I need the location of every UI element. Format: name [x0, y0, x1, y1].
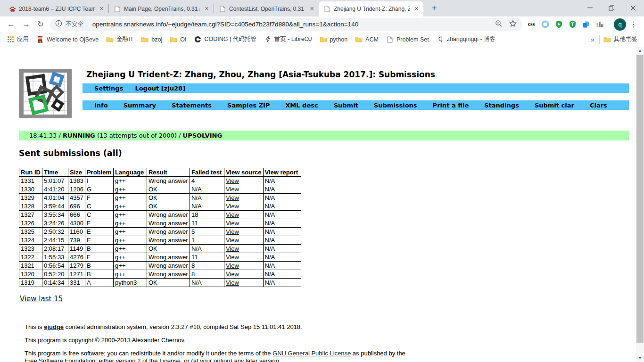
- css-icon[interactable]: css: [527, 20, 536, 29]
- apps-shortcut[interactable]: 应用: [0, 35, 33, 43]
- other-bookmarks-label: 其他书签: [614, 35, 637, 43]
- reload-icon[interactable]: ↻: [37, 20, 44, 28]
- view-source-link[interactable]: View: [226, 220, 239, 227]
- nav-item-clars[interactable]: Clars: [590, 102, 607, 109]
- table-cell: 0:56:54: [42, 262, 68, 270]
- view-source-link[interactable]: View: [226, 211, 239, 218]
- nav-item-submit-clar[interactable]: Submit clar: [535, 102, 574, 109]
- table-cell: 5: [190, 228, 224, 236]
- bookmark-star-icon[interactable]: [509, 20, 517, 29]
- nav-item-xml-desc[interactable]: XML desc: [285, 102, 318, 109]
- close-window-button[interactable]: [622, 0, 644, 16]
- close-icon[interactable]: ×: [413, 5, 421, 13]
- view-source-link[interactable]: View: [226, 237, 239, 244]
- view-source-cell: View: [224, 202, 263, 211]
- zoom-icon[interactable]: [495, 20, 503, 29]
- scroll-down-icon[interactable]: ▼: [636, 354, 644, 362]
- view-source-link[interactable]: View: [226, 271, 239, 278]
- page-scrollbar[interactable]: ▲ ▼: [636, 47, 644, 362]
- scrollbar-thumb[interactable]: [636, 55, 644, 343]
- info-icon[interactable]: [55, 20, 62, 29]
- table-cell: G: [85, 185, 113, 194]
- view-source-cell: View: [224, 262, 263, 270]
- nav-item-summary[interactable]: Summary: [124, 102, 156, 109]
- bookmark-item[interactable]: CODING | 代码托管: [190, 35, 260, 43]
- close-icon[interactable]: ×: [98, 5, 106, 13]
- new-tab-button[interactable]: +: [428, 2, 440, 15]
- back-icon[interactable]: ←: [7, 20, 15, 28]
- nav-item-standings[interactable]: Standings: [484, 102, 519, 109]
- bookmark-item[interactable]: Welcome to OjSeve: [33, 36, 102, 43]
- view-source-link[interactable]: View: [226, 262, 239, 269]
- tab-zju-icpc[interactable]: 2018-team6 – ZJU ICPC Team ×: [4, 1, 108, 16]
- bookmarks-overflow-icon[interactable]: »: [586, 35, 599, 43]
- view-source-link[interactable]: View: [226, 186, 239, 193]
- view-source-link[interactable]: View: [226, 254, 239, 261]
- tab-submissions-active[interactable]: Zhejiang U Trident-Z: Zhang, Z ×: [319, 1, 423, 16]
- close-icon[interactable]: ×: [203, 5, 211, 13]
- other-bookmarks[interactable]: 其他书签: [600, 35, 644, 43]
- view-source-link[interactable]: View: [226, 245, 239, 252]
- nav-item-settings[interactable]: Settings: [94, 85, 123, 92]
- stats-icon[interactable]: [595, 20, 604, 29]
- bookmark-item[interactable]: bzoj: [137, 36, 166, 43]
- table-cell: N/A: [263, 245, 301, 253]
- table-cell: 2:08:17: [42, 245, 68, 253]
- table-cell: N/A: [263, 253, 301, 262]
- page-icon: [114, 5, 121, 13]
- address-bar[interactable]: 不安全 opentrains.snarknews.info/~ejudge/te…: [50, 18, 522, 31]
- view-source-link[interactable]: View: [226, 279, 239, 286]
- nav-item-info[interactable]: Info: [94, 102, 108, 109]
- nav-item-samples-zip[interactable]: Samples ZIP: [227, 102, 270, 109]
- bookmark-item[interactable]: 首页 - LibreOJ: [260, 35, 316, 43]
- table-cell: N/A: [263, 279, 301, 287]
- mario-icon: [36, 36, 44, 43]
- tab-contest-list[interactable]: ContestList, OpenTrains, 0.31 a ×: [214, 1, 319, 16]
- table-cell: 3:59:44: [42, 202, 68, 211]
- scroll-up-icon[interactable]: ▲: [636, 47, 644, 55]
- view-source-link[interactable]: View: [226, 177, 239, 184]
- view-source-link[interactable]: View: [226, 228, 239, 235]
- view-source-cell: View: [224, 253, 263, 262]
- view-source-link[interactable]: View: [226, 194, 239, 201]
- table-cell: 1331: [19, 177, 42, 185]
- table-cell: N/A: [263, 185, 301, 194]
- section-title: Sent submissions (all): [19, 148, 122, 158]
- bookmark-item[interactable]: python: [316, 36, 352, 43]
- view-source-link[interactable]: View: [226, 203, 239, 210]
- profile-avatar[interactable]: q: [614, 18, 626, 31]
- bookmark-item[interactable]: 金融IT: [102, 35, 137, 43]
- gpl-link[interactable]: GNU General Public License: [272, 350, 351, 357]
- view-last-link[interactable]: View last 15: [20, 295, 63, 303]
- table-cell: g++: [113, 245, 147, 253]
- ring-icon[interactable]: [541, 20, 549, 29]
- menu-dots-icon[interactable]: ⋮: [630, 20, 637, 29]
- table-row: 13315:01:071383Ig++Wrong answer4ViewN/A: [19, 177, 301, 185]
- forward-icon[interactable]: →: [22, 20, 30, 28]
- nav-item-submit[interactable]: Submit: [334, 102, 358, 109]
- tab-main-page[interactable]: Main Page, OpenTrains, 0.31 a ×: [109, 1, 214, 16]
- minimize-button[interactable]: [579, 0, 601, 16]
- table-cell: 1206: [68, 185, 85, 194]
- bookmark-item[interactable]: Problem Set: [382, 36, 433, 43]
- ejudge-link[interactable]: ejudge: [44, 323, 64, 330]
- bookmark-item[interactable]: OI: [166, 36, 190, 43]
- security-label[interactable]: 不安全: [66, 20, 83, 28]
- nav-item-statements[interactable]: Statements: [172, 102, 212, 109]
- folder-icon: [170, 36, 177, 43]
- table-cell: Wrong answer: [147, 219, 190, 228]
- view-source-cell: View: [224, 228, 263, 236]
- restore-button[interactable]: [601, 0, 622, 16]
- bookmark-item[interactable]: ACM: [351, 36, 382, 43]
- shield-play-icon[interactable]: [554, 20, 563, 29]
- nav-item-print-a-file[interactable]: Print a file: [433, 102, 469, 109]
- shield-t-icon[interactable]: [568, 20, 577, 29]
- nav-item-logout-zju28-[interactable]: Logout [zju28]: [135, 85, 185, 92]
- bookmark-item[interactable]: zhangqingqi - 博客: [433, 35, 500, 43]
- nav-item-submissions[interactable]: Submissions: [374, 102, 417, 109]
- tab-title: 2018-team6 – ZJU ICPC Team: [19, 6, 95, 12]
- close-icon[interactable]: ×: [308, 5, 316, 13]
- pages-icon[interactable]: [582, 20, 590, 29]
- url-text[interactable]: opentrains.snarknews.info/~ejudge/team.c…: [92, 21, 490, 28]
- table-row: 13294:01:044357Fg++OKN/AViewN/A: [19, 194, 301, 202]
